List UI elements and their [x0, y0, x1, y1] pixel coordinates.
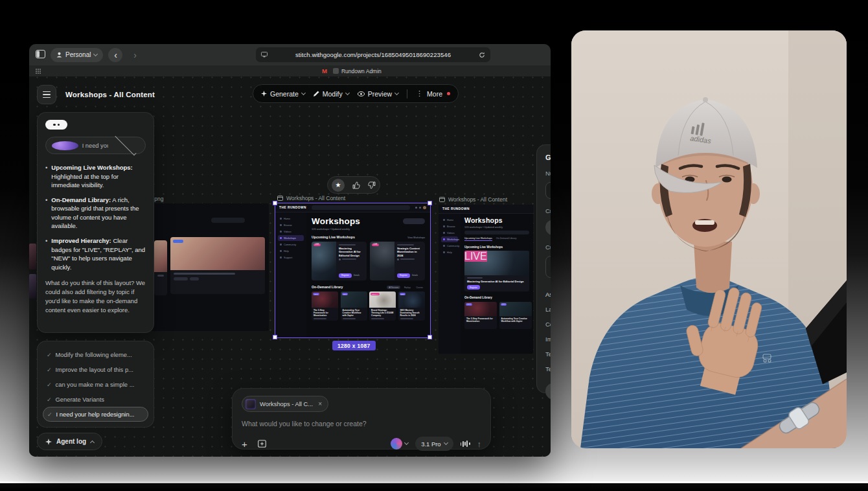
history-item[interactable]: ✓Modify the following eleme... — [43, 347, 148, 362]
settings-row[interactable]: Tex — [545, 365, 551, 372]
bell-icon — [415, 207, 417, 209]
canvas-frame-workshops-variant[interactable]: THE RUNDOWN Home Browse Videos Workshops… — [439, 205, 533, 354]
chevron-up-icon — [90, 440, 95, 444]
stitch-canvas[interactable]: Workshops - All Content Generate Modify … — [29, 76, 551, 457]
mock-card-partial — [154, 240, 167, 295]
workshops-mockup: THE RUNDOWN Home Browse Videos Workshops… — [275, 203, 430, 337]
refresh-icon[interactable] — [479, 52, 485, 58]
selection-handle[interactable] — [428, 201, 432, 205]
presenter-illustration: adidas — [571, 30, 847, 448]
custom-input[interactable]: Ad — [545, 256, 551, 278]
sparkle-icon — [261, 91, 267, 97]
chevron-down-icon — [394, 90, 399, 95]
mock-subheading: 120 workshops • Updated weekly — [312, 227, 425, 231]
mock-cta-button — [403, 218, 425, 224]
mock-od-card: NEW Automating Your Creative Workflow wi… — [499, 302, 532, 329]
address-bar[interactable]: stitch.withgoogle.com/projects/168504950… — [256, 47, 490, 62]
history-item[interactable]: ✓Generate Variants — [43, 392, 148, 407]
chevron-down-icon — [345, 90, 350, 95]
browser-toolbar: Personal ‹ › stitch.withgoogle.com/proje… — [29, 44, 551, 65]
feedback-toolbar: ★ — [327, 176, 380, 194]
selection-handle[interactable] — [428, 335, 432, 339]
mock-od-card: REPLAY Brand Strategy: Thriving Like a $… — [369, 291, 396, 321]
menu-button[interactable] — [37, 85, 56, 104]
more-button[interactable]: ⋮ More — [416, 89, 450, 98]
prompt-history-panel: ✓Modify the following eleme... ✓Improve … — [37, 341, 154, 428]
webcam-overlay: adidas — [571, 30, 847, 448]
generate-button[interactable]: Generate — [261, 90, 305, 98]
voice-input-icon[interactable] — [461, 440, 470, 447]
mock-search-bar — [211, 218, 245, 223]
mock-search-bar — [464, 231, 529, 234]
mock-filter: Courses — [415, 286, 425, 289]
preview-button[interactable]: Preview — [358, 90, 398, 98]
thumbs-down-icon[interactable] — [368, 181, 376, 189]
url-text: stitch.withgoogle.com/projects/168504950… — [268, 51, 479, 58]
model-avatar-selector[interactable] — [391, 438, 408, 450]
star-icon[interactable]: ★ — [332, 179, 345, 192]
edge-frame-strip — [29, 244, 36, 269]
prompt-collapser[interactable]: I need your help redesig... — [45, 137, 146, 154]
frame-label-workshops[interactable]: Workshops - All Content — [277, 195, 345, 201]
sidebar-toggle-icon[interactable] — [36, 49, 45, 61]
context-chip[interactable]: Workshops - All C... × — [242, 396, 328, 412]
frame-label-workshops-2[interactable]: Workshops - All Content — [439, 196, 507, 203]
chat-composer[interactable]: Workshops - All C... × What would you li… — [232, 388, 491, 450]
model-selector[interactable]: 3.1 Pro — [415, 437, 453, 451]
avatar — [423, 206, 427, 210]
eye-icon — [358, 91, 365, 97]
mock-live-card: LIVE Strategic Content Monetization in 2… — [370, 242, 425, 280]
number-input[interactable] — [545, 182, 551, 199]
settings-row[interactable]: Lay — [545, 306, 551, 313]
settings-row[interactable]: Ima — [545, 336, 551, 343]
send-button[interactable]: ↑ — [477, 439, 482, 449]
mock-search-bar — [312, 205, 409, 210]
composer-placeholder[interactable]: What would you like to change or create? — [242, 420, 481, 428]
page-icon — [261, 52, 268, 58]
gmail-bookmark-icon[interactable]: M — [322, 67, 327, 74]
mock-sidebar-item: Community — [278, 242, 304, 247]
mock-sidebar-item-active: Workshops — [278, 235, 304, 241]
settings-pill[interactable]: R — [545, 220, 551, 235]
back-button[interactable]: ‹ — [108, 48, 122, 62]
bookmark-rundown-admin[interactable]: Rundown Admin — [333, 68, 382, 74]
modify-button[interactable]: Modify — [314, 90, 349, 98]
gradient-avatar — [391, 438, 402, 450]
frame-size-label: 1280 x 1087 — [332, 341, 376, 350]
history-item[interactable]: ✓can you make me a simple ... — [43, 377, 148, 392]
window-icon — [439, 197, 445, 202]
edge-frame-strip — [29, 274, 36, 299]
user-avatar — [52, 141, 78, 150]
settings-row[interactable]: Col — [545, 321, 551, 328]
mock-sidebar-item: Help — [278, 248, 304, 254]
mock-heading: Workshops — [312, 217, 360, 226]
profile-switcher[interactable]: Personal — [51, 48, 103, 62]
notification-dot — [447, 92, 450, 95]
settings-action-button[interactable] — [545, 383, 551, 400]
project-title: Workshops - All Content — [65, 91, 155, 98]
mock-sidebar-item: Browse — [278, 222, 304, 228]
grid-icon[interactable] — [36, 69, 41, 74]
mock-sidebar-item: Support — [278, 255, 304, 260]
settings-label: Cust — [545, 244, 551, 251]
history-item[interactable]: ✓Improve the layout of this p... — [43, 362, 148, 377]
forward-button[interactable]: › — [128, 48, 142, 62]
mock-sidebar-item: Home — [278, 216, 304, 222]
mock-filter: All Sessions — [387, 286, 400, 289]
person-icon — [56, 52, 62, 58]
selection-handle[interactable] — [273, 201, 277, 205]
add-attachment-button[interactable]: + — [242, 439, 247, 449]
history-item-active[interactable]: ✓I need your help redesignin... — [43, 407, 148, 422]
assistant-closing-text: What do you think of this layout? We cou… — [45, 279, 146, 314]
agent-log-button[interactable]: Agent log — [37, 433, 102, 450]
mock-od-card: NEW Automating Your Creative Workflow wi… — [341, 291, 367, 321]
window-icon — [277, 196, 283, 201]
mock-heading: Workshops — [464, 217, 529, 224]
add-frame-icon[interactable] — [258, 440, 266, 448]
canvas-frame-workshops-selected[interactable]: THE RUNDOWN Home Browse Videos Workshops… — [275, 203, 430, 337]
close-icon[interactable]: × — [318, 400, 322, 407]
settings-row[interactable]: Tex — [545, 350, 551, 358]
selection-handle[interactable] — [273, 335, 277, 339]
thumbs-up-icon[interactable] — [352, 181, 360, 189]
settings-label: Crea — [545, 207, 551, 214]
